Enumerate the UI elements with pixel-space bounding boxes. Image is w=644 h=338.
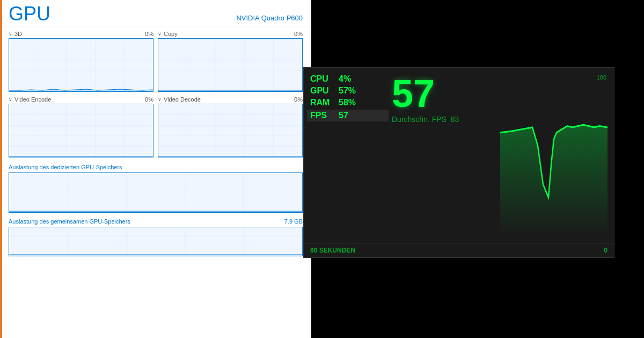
dedicated-memory-graph xyxy=(9,172,303,213)
cpu-label: CPU xyxy=(310,74,334,84)
graph-copy-percent: 0% xyxy=(294,31,303,37)
chart-min-label: 0 xyxy=(604,247,608,254)
graph-encode-box xyxy=(9,104,153,157)
fps-chart-area xyxy=(500,81,608,236)
chart-max-label: 100 xyxy=(500,74,608,81)
fps-label: FPS xyxy=(310,111,334,120)
graph-decode-box xyxy=(158,104,303,157)
graph-encode-label: ∨ Video Encode xyxy=(9,96,51,103)
fps-avg-text: Durchschn. FPS 83 xyxy=(392,115,494,124)
fps-stats-column: CPU 4% GPU 57% RAM 58% FPS 57 xyxy=(310,74,385,236)
fps-footer: 60 SEKUNDEN 0 xyxy=(304,243,614,257)
avg-label: Durchschn. FPS xyxy=(392,115,447,124)
task-manager-panel: GPU NVIDIA Quadro P600 ∨ 3D 0% xyxy=(0,0,311,338)
shared-memory-value: 7.9 GB xyxy=(284,218,303,225)
dedicated-memory-section: Auslastung des dedizierten GPU-Speichers xyxy=(0,162,311,216)
ram-label: RAM xyxy=(310,98,334,107)
graph-decode-label: ∨ Video Decode xyxy=(158,96,201,103)
graph-3d-label: ∨ 3D xyxy=(9,31,22,37)
cpu-stat-row: CPU 4% xyxy=(310,74,385,84)
gpu-label: GPU xyxy=(310,86,334,96)
fps-value: 57 xyxy=(339,111,348,120)
fps-stat-row: FPS 57 xyxy=(307,110,389,121)
gpu-big-title: GPU xyxy=(9,4,50,24)
graph-copy-box xyxy=(158,38,303,92)
orange-divider xyxy=(0,0,2,338)
right-dark-area xyxy=(614,0,644,338)
gpu-model-name: NVIDIA Quadro P600 xyxy=(236,14,303,22)
fps-big-number: 57 xyxy=(392,74,494,113)
cpu-value: 4% xyxy=(339,74,351,84)
graph-decode-percent: 0% xyxy=(294,96,303,103)
time-label: 60 SEKUNDEN xyxy=(310,247,355,254)
graph-3d: ∨ 3D 0% xyxy=(9,31,153,92)
graph-3d-percent: 0% xyxy=(145,31,153,37)
fps-overlay: CPU 4% GPU 57% RAM 58% FPS 57 57 Durchsc… xyxy=(303,67,614,258)
graph-3d-box xyxy=(9,38,153,92)
gpu-value: 57% xyxy=(339,86,356,96)
graph-video-encode: ∨ Video Encode 0% xyxy=(9,96,153,157)
fps-content: CPU 4% GPU 57% RAM 58% FPS 57 57 Durchsc… xyxy=(304,68,614,243)
avg-value: 83 xyxy=(451,115,459,124)
shared-memory-section: Auslastung des gemeinsamen GPU-Speichers… xyxy=(0,216,311,260)
graphs-grid: ∨ 3D 0% xyxy=(0,26,311,162)
gpu-stat-row: GPU 57% xyxy=(310,86,385,96)
dedicated-memory-label: Auslastung des dedizierten GPU-Speichers xyxy=(9,164,303,170)
fps-main-column: 57 Durchschn. FPS 83 xyxy=(392,74,494,236)
ram-stat-row: RAM 58% xyxy=(310,98,385,107)
fps-chart-column: 100 xyxy=(500,74,608,236)
ram-value: 58% xyxy=(339,98,356,107)
graph-encode-percent: 0% xyxy=(145,96,153,103)
shared-memory-graph xyxy=(9,227,303,256)
graph-video-decode: ∨ Video Decode 0% xyxy=(158,96,303,157)
shared-memory-label: Auslastung des gemeinsamen GPU-Speichers… xyxy=(9,218,303,225)
graph-copy-label: ∨ Copy xyxy=(158,31,178,37)
tm-header: GPU NVIDIA Quadro P600 xyxy=(0,0,311,26)
graph-copy: ∨ Copy 0% xyxy=(158,31,303,92)
